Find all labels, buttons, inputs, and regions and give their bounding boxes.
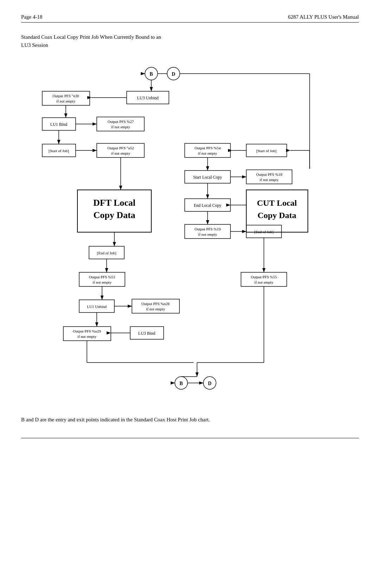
svg-text:Output PFS °n30: Output PFS °n30 [52, 94, 79, 98]
svg-text:B: B [150, 72, 153, 77]
title-line1: Standard Coax Local Copy Print Job When … [21, 34, 161, 40]
svg-text:Output PFS %19: Output PFS %19 [195, 227, 221, 231]
svg-text:Copy Data: Copy Data [258, 211, 296, 220]
page-title: Standard Coax Local Copy Print Job When … [21, 33, 285, 49]
svg-text:if not empty: if not empty [56, 99, 75, 103]
svg-text:if not empty: if not empty [198, 151, 217, 155]
svg-text:[Start of Job]: [Start of Job] [49, 149, 69, 153]
svg-text:if not empty: if not empty [260, 178, 279, 182]
svg-text:Output PFS %n28: Output PFS %n28 [141, 302, 170, 306]
flowchart-svg: B D LU3 Unbind Output PFS °n30 if not em… [21, 60, 359, 405]
svg-rect-69 [79, 272, 125, 286]
svg-text:if not empty: if not empty [254, 280, 273, 284]
title-line2: LU3 Session [21, 42, 48, 48]
svg-text:Output PFS %54: Output PFS %54 [195, 146, 221, 150]
bottom-rule [21, 438, 359, 438]
svg-text:DFT Local: DFT Local [93, 198, 135, 208]
svg-rect-80 [132, 299, 179, 313]
svg-text:D: D [208, 381, 211, 386]
svg-text:[End of Job]: [End of Job] [97, 251, 116, 255]
svg-text:LU3 Unbind: LU3 Unbind [137, 95, 159, 100]
svg-text:LU1 Unbind: LU1 Unbind [87, 304, 107, 309]
svg-text:[End of Job]: [End of Job] [254, 230, 274, 234]
svg-rect-15 [42, 91, 90, 105]
svg-text:if not empty: if not empty [77, 334, 96, 339]
header-title: 6287 ALLY PLUS User's Manual [288, 14, 359, 20]
svg-text:if not empty: if not empty [93, 280, 112, 284]
svg-text:LU3 Bind: LU3 Bind [138, 331, 155, 336]
footer-text: B and D are the entry and exit points in… [21, 415, 320, 424]
diagram-area: B D LU3 Unbind Output PFS °n30 if not em… [21, 60, 359, 405]
svg-text:Start Local Copy: Start Local Copy [193, 175, 222, 180]
svg-rect-29 [97, 143, 144, 157]
svg-text:CUT Local: CUT Local [257, 198, 297, 208]
header-page-number: Page 4-18 [21, 14, 42, 20]
svg-text:Output PFS %27: Output PFS %27 [108, 119, 134, 124]
svg-text:Output PFS %18: Output PFS %18 [256, 172, 283, 177]
svg-rect-22 [97, 117, 144, 131]
svg-rect-44 [246, 170, 292, 184]
svg-text:LU1 Bind: LU1 Bind [50, 122, 67, 127]
svg-text:Output PFS %53: Output PFS %53 [89, 275, 115, 279]
svg-text:if not empty: if not empty [146, 307, 165, 311]
svg-rect-37 [185, 143, 230, 157]
svg-text:B: B [179, 381, 183, 386]
svg-text:[Start of Job]: [Start of Job] [256, 149, 277, 153]
svg-rect-84 [63, 327, 111, 341]
header-bar: Page 4-18 6287 ALLY PLUS User's Manual [21, 14, 359, 23]
svg-text:End Local Copy: End Local Copy [194, 203, 222, 208]
page-container: Page 4-18 6287 ALLY PLUS User's Manual S… [0, 0, 380, 588]
svg-text:Output PFS °u52: Output PFS °u52 [107, 146, 134, 150]
svg-text:Output PFS %o29: Output PFS %o29 [73, 329, 101, 333]
svg-text:Output PFS %55: Output PFS %55 [251, 275, 277, 279]
svg-rect-73 [241, 272, 287, 286]
svg-text:D: D [172, 72, 175, 77]
svg-rect-62 [185, 224, 230, 239]
svg-text:if not empty: if not empty [198, 232, 217, 236]
svg-text:if not empty: if not empty [111, 151, 130, 155]
svg-text:Copy Data: Copy Data [93, 210, 135, 220]
svg-text:if not empty: if not empty [111, 125, 130, 129]
